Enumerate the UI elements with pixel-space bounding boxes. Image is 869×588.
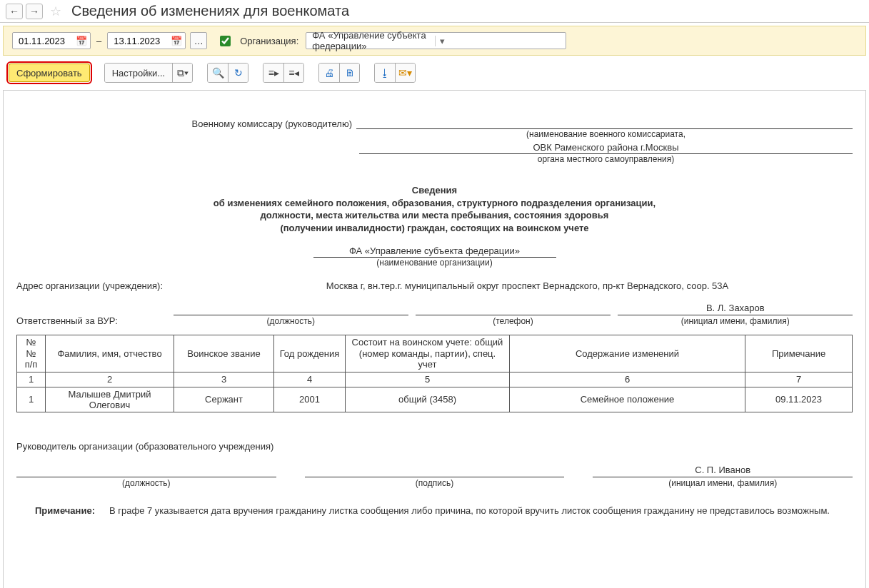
th-reg: Состоит на воинском учете: общий (номер …	[346, 335, 510, 372]
collapse-icon: ≡◂	[288, 67, 299, 78]
report-title: Сведения об изменениях семейного положен…	[16, 184, 853, 234]
data-table: № № п/п Фамилия, имя, отчество Воинское …	[16, 335, 853, 412]
forward-button[interactable]: →	[26, 4, 43, 19]
address-label: Адрес организации (учреждения):	[16, 280, 202, 291]
refresh-icon: ↻	[234, 67, 243, 78]
th-note: Примечание	[745, 335, 853, 372]
org-hint: (наименование организации)	[16, 258, 853, 268]
send-email-button[interactable]: ✉▾	[395, 64, 415, 82]
settings-variants-button[interactable]: ⧉▾	[172, 64, 192, 82]
colnum-7: 7	[745, 372, 853, 387]
arrow-right-icon: →	[29, 6, 39, 17]
cell-year: 2001	[274, 387, 346, 412]
calendar-icon[interactable]: 📅	[73, 36, 87, 46]
responsible-post-line	[174, 303, 408, 315]
footer-head: Руководитель организации (образовательно…	[16, 441, 853, 452]
cell-reg: общий (3458)	[346, 387, 510, 412]
th-rank: Воинское звание	[174, 335, 274, 372]
date-from-field[interactable]: 📅	[12, 32, 91, 49]
settings-group: Настройки... ⧉▾	[104, 63, 194, 83]
th-change: Содержание изменений	[510, 335, 745, 372]
cell-n: 1	[17, 387, 46, 412]
th-year: Год рождения	[274, 335, 346, 372]
title-line-2: об изменениях семейного положения, образ…	[16, 197, 853, 210]
title-line-4: (получении инвалидности) граждан, состоя…	[16, 222, 853, 235]
save-button[interactable]: ⭳	[375, 64, 395, 82]
table-row: 1 Малышев Дмитрий Олегович Сержант 2001 …	[17, 387, 853, 412]
th-fio: Фамилия, имя, отчество	[46, 335, 174, 372]
address-value: Москва г, вн.тер.г. муниципальный округ …	[202, 280, 853, 291]
sign-name-line: С. П. Иванов	[593, 465, 853, 477]
date-to-field[interactable]: 📅	[107, 32, 186, 49]
cell-change: Семейное положение	[510, 387, 745, 412]
colnum-2: 2	[46, 372, 174, 387]
page-title: Сведения об изменениях для военкомата	[71, 3, 349, 19]
ovk-value: ОВК Раменского района г.Москвы	[359, 142, 853, 154]
addressee-hint: (наименование военного комиссариата,	[359, 129, 853, 139]
date-range-picker-button[interactable]: …	[190, 32, 207, 49]
sign-post-line	[16, 465, 276, 477]
responsible-name-line: В. Л. Захаров	[618, 303, 853, 315]
generate-button[interactable]: Сформировать	[9, 64, 90, 82]
search-icon: 🔍	[212, 67, 224, 78]
date-from-input[interactable]	[17, 35, 73, 47]
collapse-all-button[interactable]: ≡◂	[283, 64, 303, 82]
org-select-value: ФА «Управление субъекта федерации»	[312, 30, 435, 51]
back-button[interactable]: ←	[6, 4, 23, 19]
org-name: ФА «Управление субъекта федерации»	[313, 245, 556, 258]
footnote-label: Примечание:	[16, 505, 95, 516]
sign-signature-caption: (подпись)	[305, 478, 565, 488]
download-icon: ⭳	[380, 67, 390, 78]
print-button[interactable]: 🖨	[319, 64, 339, 82]
responsible-phone-line	[416, 303, 611, 315]
cell-fio: Малышев Дмитрий Олегович	[46, 387, 174, 412]
th-num: № № п/п	[17, 335, 46, 372]
colnum-4: 4	[274, 372, 346, 387]
settings-button[interactable]: Настройки...	[105, 64, 173, 82]
colnum-1: 1	[17, 372, 46, 387]
org-filter-label: Организация:	[240, 36, 298, 46]
cell-note: 09.11.2023	[745, 387, 853, 412]
footnote-text: В графе 7 указывается дата вручения граж…	[109, 505, 853, 516]
responsible-label: Ответственный за ВУР:	[16, 315, 166, 326]
toolbar: Сформировать Настройки... ⧉▾ 🔍 ↻ ≡▸ ≡◂ 🖨…	[0, 59, 869, 87]
responsible-name-caption: (инициал имени, фамилия)	[618, 316, 853, 326]
sign-name-caption: (инициал имени, фамилия)	[593, 478, 853, 488]
filter-bar: 📅 – 📅 … Организация: ФА «Управление субъ…	[3, 26, 866, 56]
cell-rank: Сержант	[174, 387, 274, 412]
colnum-5: 5	[346, 372, 510, 387]
document-icon: 🗎	[345, 67, 355, 78]
addressee-label: Военному комиссару (руководителю)	[16, 118, 356, 129]
find-button[interactable]: 🔍	[208, 64, 228, 82]
org-filter-checkbox[interactable]	[220, 36, 231, 46]
document-area: Военному комиссару (руководителю) (наиме…	[3, 90, 866, 588]
favorite-star-icon[interactable]: ☆	[46, 4, 66, 19]
date-range-dash: –	[96, 36, 101, 46]
date-to-input[interactable]	[112, 35, 168, 47]
expand-all-button[interactable]: ≡▸	[263, 64, 283, 82]
ovk-hint: органа местного самоуправления)	[359, 154, 853, 164]
title-line-3: должности, места жительства или места пр…	[16, 209, 853, 222]
title-line-1: Сведения	[16, 184, 853, 197]
responsible-phone-caption: (телефон)	[416, 316, 611, 326]
print-preview-button[interactable]: 🗎	[339, 64, 359, 82]
responsible-post-caption: (должность)	[174, 316, 408, 326]
org-select[interactable]: ФА «Управление субъекта федерации» ▾	[306, 32, 566, 49]
chevron-down-icon[interactable]: ▾	[435, 36, 563, 46]
colnum-6: 6	[510, 372, 745, 387]
calendar-icon[interactable]: 📅	[168, 36, 182, 46]
envelope-icon: ✉▾	[398, 67, 412, 78]
header-bar: ← → ☆ Сведения об изменениях для военком…	[0, 0, 869, 23]
expand-icon: ≡▸	[268, 67, 279, 78]
refresh-search-button[interactable]: ↻	[228, 64, 248, 82]
colnum-3: 3	[174, 372, 274, 387]
arrow-left-icon: ←	[9, 6, 19, 17]
copy-icon: ⧉▾	[177, 67, 189, 79]
printer-icon: 🖨	[324, 67, 334, 78]
addressee-line	[356, 118, 853, 129]
sign-signature-line	[305, 465, 565, 477]
sign-post-caption: (должность)	[16, 478, 276, 488]
